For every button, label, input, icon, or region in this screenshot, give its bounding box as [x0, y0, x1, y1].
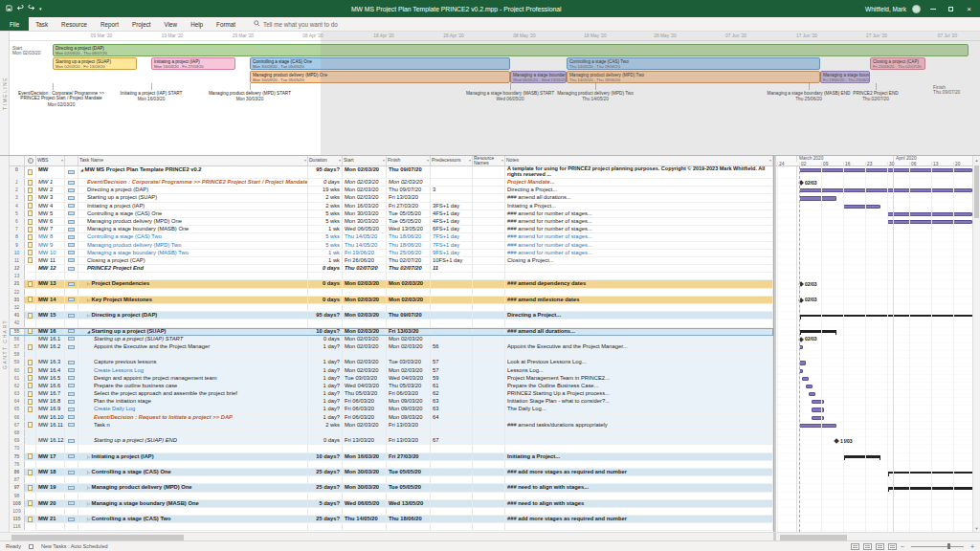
cell-num[interactable]: 69: [10, 437, 25, 444]
cell-dur[interactable]: 5 wks: [308, 210, 343, 217]
cell-fin[interactable]: Thu 02/07/20: [387, 257, 431, 264]
cell-name[interactable]: [78, 351, 308, 358]
cell-notes[interactable]: ### amend for number of stages...: [505, 233, 773, 240]
cell-notes[interactable]: Prepare the Outline Business Case...: [505, 383, 773, 389]
cell-notes[interactable]: [505, 336, 773, 342]
cell-wbs[interactable]: [36, 351, 65, 358]
cell-notes[interactable]: Initiation Stage Plan - what to consider…: [505, 398, 773, 405]
cell-start[interactable]: [343, 508, 387, 515]
cell-name[interactable]: ▷Managing a stage boundary (MASB) One: [78, 500, 308, 507]
expand-icon[interactable]: ▷: [87, 281, 90, 286]
summary-bar[interactable]: [887, 487, 972, 490]
cell-pred[interactable]: 4FS+1 day: [431, 210, 473, 217]
cell-notes[interactable]: Closing a Project...: [505, 257, 773, 264]
cell-res[interactable]: [473, 493, 505, 499]
cell-wbs[interactable]: MW 15: [36, 312, 65, 319]
cell-start[interactable]: Mon 02/03/20: [343, 280, 387, 287]
cell-res[interactable]: [473, 516, 505, 522]
task-bar[interactable]: [812, 416, 824, 420]
cell-wbs[interactable]: MW 11: [36, 257, 65, 264]
cell-wbs[interactable]: MW 16.1: [36, 336, 65, 342]
cell-res[interactable]: [473, 194, 505, 201]
cell-dur[interactable]: [308, 320, 343, 326]
cell-start[interactable]: Mon 02/03/20: [343, 187, 387, 193]
cell-num[interactable]: 65: [10, 406, 25, 412]
timeline-canvas[interactable]: Start Mon 02/03/20 Finish Thu 09/07/20 0…: [10, 32, 980, 155]
cell-res[interactable]: [473, 437, 505, 444]
cell-num[interactable]: 6: [10, 218, 25, 225]
cell-pred[interactable]: [431, 312, 473, 319]
cell-name[interactable]: Starting up a project (SUAP) START: [78, 336, 308, 342]
cell-wbs[interactable]: MW 9: [36, 242, 65, 249]
menu-tab-task[interactable]: Task: [29, 17, 55, 31]
cell-name[interactable]: PRINCE2 Project End: [78, 265, 308, 272]
cell-pred[interactable]: [431, 273, 473, 279]
cell-start[interactable]: Mon 30/03/20: [343, 210, 387, 217]
cell-fin[interactable]: Wed 13/05/20: [387, 226, 431, 232]
cell-pred[interactable]: [431, 179, 473, 186]
cell-res[interactable]: [473, 383, 505, 389]
cell-num[interactable]: 115: [10, 516, 25, 522]
cell-dur[interactable]: [308, 461, 343, 468]
cell-dur[interactable]: 2 wks: [308, 422, 343, 429]
cell-wbs[interactable]: MW 16.8: [36, 398, 65, 405]
task-bar[interactable]: [799, 196, 836, 200]
cell-pred[interactable]: [431, 508, 473, 515]
cell-pred[interactable]: [431, 453, 473, 460]
task-bar[interactable]: [806, 385, 813, 388]
cell-wbs[interactable]: [36, 320, 65, 326]
cell-res[interactable]: [473, 414, 505, 421]
cell-num[interactable]: 116: [10, 523, 25, 530]
cell-notes[interactable]: [505, 476, 773, 483]
cell-num[interactable]: 57: [10, 343, 25, 350]
cell-pred[interactable]: [431, 351, 473, 358]
cell-fin[interactable]: Fri 27/03/20: [387, 453, 431, 460]
filter-arrow-icon[interactable]: ▾: [427, 158, 429, 163]
cell-pred[interactable]: [431, 422, 473, 429]
cell-start[interactable]: [343, 289, 387, 296]
cell-num[interactable]: 32: [10, 304, 25, 311]
cell-name[interactable]: [78, 508, 308, 515]
cell-fin[interactable]: [387, 320, 431, 326]
cell-num[interactable]: 97: [10, 484, 25, 491]
cell-fin[interactable]: [387, 273, 431, 279]
column-header-start[interactable]: Start▾: [343, 156, 387, 165]
cell-fin[interactable]: Thu 05/03/20: [387, 383, 431, 389]
cell-num[interactable]: 64: [10, 398, 25, 405]
cell-name[interactable]: ▷Directing a project (DAP): [78, 312, 308, 319]
cell-fin[interactable]: [387, 289, 431, 296]
cell-name[interactable]: Starting up a project (SUAP): [78, 194, 308, 201]
user-avatar[interactable]: [912, 5, 921, 13]
expand-icon[interactable]: ▷: [87, 470, 90, 474]
cell-res[interactable]: [473, 210, 505, 217]
cell-dur[interactable]: 1 day?: [308, 414, 343, 421]
cell-res[interactable]: [473, 289, 505, 296]
cell-fin[interactable]: Tue 05/05/20: [387, 218, 431, 225]
cell-wbs[interactable]: [36, 493, 65, 499]
cell-fin[interactable]: Fri 13/03/20: [387, 194, 431, 201]
cell-start[interactable]: Thu 14/05/20: [343, 516, 387, 522]
cell-wbs[interactable]: [36, 304, 65, 311]
cell-notes[interactable]: ### amend milestone dates: [505, 297, 773, 303]
cell-wbs[interactable]: MW 16.5: [36, 375, 65, 382]
cell-wbs[interactable]: MW 16.6: [36, 383, 65, 389]
cell-num[interactable]: 75: [10, 453, 25, 460]
timeline-bar[interactable]: Controlling a stage (CAS) TwoThu 14/05/2…: [567, 57, 820, 70]
cell-fin[interactable]: Wed 04/03/20: [387, 375, 431, 382]
cell-notes[interactable]: Initiating a Project...: [505, 203, 773, 209]
cell-res[interactable]: [473, 312, 505, 319]
cell-wbs[interactable]: MW 6: [36, 218, 65, 225]
cell-fin[interactable]: Thu 18/06/20: [387, 516, 431, 522]
cell-dur[interactable]: 1 day?: [308, 367, 343, 374]
cell-name[interactable]: [78, 273, 308, 279]
cell-dur[interactable]: 25 days?: [308, 484, 343, 491]
cell-name[interactable]: ▷Controlling a stage (CAS) One: [78, 469, 308, 475]
cell-wbs[interactable]: MW 1: [36, 179, 65, 186]
cell-res[interactable]: [473, 242, 505, 249]
cell-notes[interactable]: [505, 437, 773, 444]
cell-wbs[interactable]: MW: [36, 166, 65, 178]
cell-name[interactable]: ▷Managing product delivery (MPD) One: [78, 484, 308, 491]
redo-icon[interactable]: [28, 5, 35, 12]
cell-pred[interactable]: [431, 523, 473, 530]
cell-num[interactable]: 9: [10, 242, 25, 249]
